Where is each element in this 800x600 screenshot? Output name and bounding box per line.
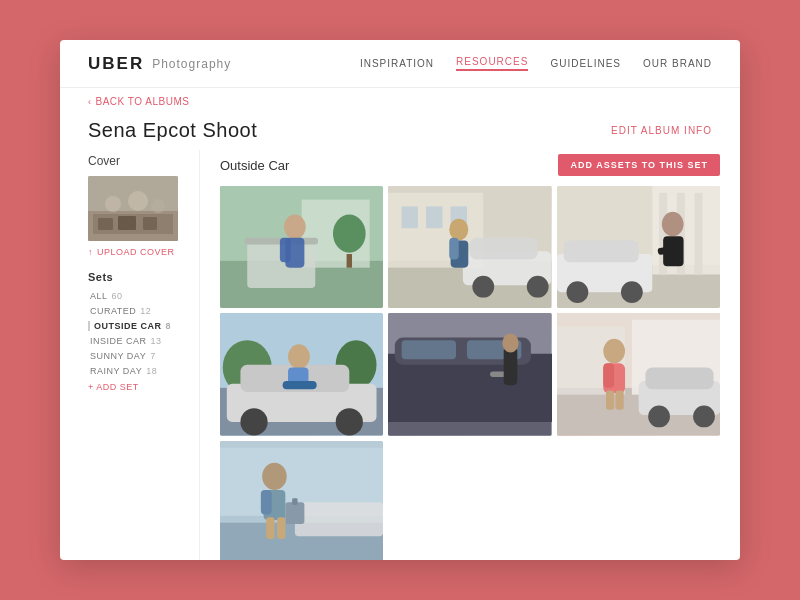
svg-point-54 [288, 345, 310, 369]
photo-grid [220, 186, 720, 560]
upload-cover-label: Upload Cover [97, 247, 175, 257]
svg-rect-56 [283, 382, 317, 390]
photo-6[interactable] [557, 313, 720, 435]
svg-point-28 [527, 276, 549, 298]
main-nav: Inspiration Resources Guidelines Our Bra… [360, 56, 712, 71]
svg-point-42 [661, 212, 683, 236]
app-window: UBER Photography Inspiration Resources G… [60, 40, 740, 560]
svg-rect-22 [402, 206, 418, 228]
photo-2[interactable] [388, 186, 551, 308]
photo-7[interactable] [220, 441, 383, 560]
nav-inspiration[interactable]: Inspiration [360, 58, 434, 69]
svg-point-74 [603, 339, 625, 363]
sidebar: Cover [60, 150, 200, 560]
nav-guidelines[interactable]: Guidelines [550, 58, 621, 69]
svg-rect-64 [504, 348, 518, 386]
svg-rect-78 [615, 391, 623, 410]
svg-rect-86 [285, 502, 304, 524]
content-area: Outside Car Add Assets to This Set [200, 150, 740, 560]
svg-point-53 [336, 409, 363, 436]
svg-rect-88 [266, 517, 274, 539]
svg-rect-61 [402, 341, 456, 360]
svg-rect-26 [470, 238, 538, 260]
svg-rect-39 [563, 240, 638, 262]
set-item-sunny-day[interactable]: Sunny Day 7 [88, 351, 183, 361]
sets-label: Sets [88, 271, 183, 283]
svg-point-73 [693, 406, 715, 428]
svg-point-52 [240, 409, 267, 436]
back-to-albums-link[interactable]: ‹ Back to Albums [88, 96, 712, 107]
svg-rect-87 [292, 498, 297, 505]
add-assets-button[interactable]: Add Assets to This Set [558, 154, 720, 176]
upload-cover-button[interactable]: ↑ Upload Cover [88, 247, 183, 257]
svg-rect-89 [277, 517, 285, 539]
svg-point-41 [621, 281, 643, 303]
svg-rect-8 [143, 217, 157, 230]
photo-3[interactable] [557, 186, 720, 308]
svg-rect-23 [426, 206, 442, 228]
svg-rect-76 [603, 364, 614, 388]
svg-point-3 [128, 191, 148, 211]
nav-our-brand[interactable]: Our Brand [643, 58, 712, 69]
cover-scene-bg [88, 176, 178, 241]
content-header: Outside Car Add Assets to This Set [220, 154, 720, 176]
set-title: Outside Car [220, 158, 289, 173]
logo-area: UBER Photography [88, 54, 231, 74]
back-chevron-icon: ‹ [88, 97, 92, 107]
svg-point-65 [503, 334, 519, 353]
photo-5[interactable] [388, 313, 551, 435]
header: UBER Photography Inspiration Resources G… [60, 40, 740, 88]
svg-point-83 [262, 463, 286, 490]
svg-point-14 [284, 215, 306, 239]
svg-rect-18 [347, 254, 352, 268]
breadcrumb-text: Back to Albums [96, 96, 190, 107]
svg-point-40 [566, 281, 588, 303]
upload-icon: ↑ [88, 247, 93, 257]
main-content: Cover [60, 150, 740, 560]
svg-rect-71 [645, 368, 713, 390]
svg-rect-6 [98, 218, 113, 230]
nav-resources[interactable]: Resources [456, 56, 528, 71]
logo-uber: UBER [88, 54, 144, 74]
album-title-row: Sena Epcot Shoot Edit Album Info [60, 115, 740, 150]
svg-point-29 [450, 219, 469, 241]
svg-rect-37 [694, 193, 702, 275]
svg-point-17 [333, 215, 366, 253]
svg-rect-16 [280, 238, 291, 262]
svg-rect-85 [261, 490, 272, 514]
svg-point-72 [648, 406, 670, 428]
album-title: Sena Epcot Shoot [88, 119, 257, 142]
breadcrumb-bar: ‹ Back to Albums [60, 88, 740, 115]
set-item-outside-car[interactable]: Outside Car 8 [88, 321, 183, 331]
set-item-inside-car[interactable]: Inside Car 13 [88, 336, 183, 346]
svg-point-27 [473, 276, 495, 298]
svg-rect-82 [295, 502, 383, 536]
set-item-curated[interactable]: Curated 12 [88, 306, 183, 316]
svg-rect-31 [450, 238, 460, 260]
cover-illustration [88, 176, 178, 241]
edit-album-button[interactable]: Edit Album Info [611, 125, 712, 136]
logo-photography: Photography [152, 57, 231, 71]
set-item-all[interactable]: All 60 [88, 291, 183, 301]
add-set-button[interactable]: + Add Set [88, 382, 183, 392]
photo-1[interactable] [220, 186, 383, 308]
svg-point-2 [105, 196, 121, 212]
cover-image [88, 176, 178, 241]
cover-label: Cover [88, 154, 183, 168]
svg-rect-77 [606, 391, 614, 410]
photo-4[interactable] [220, 313, 383, 435]
svg-point-4 [151, 199, 165, 213]
svg-rect-7 [118, 216, 136, 230]
set-item-rainy-day[interactable]: Rainy Day 18 [88, 366, 183, 376]
